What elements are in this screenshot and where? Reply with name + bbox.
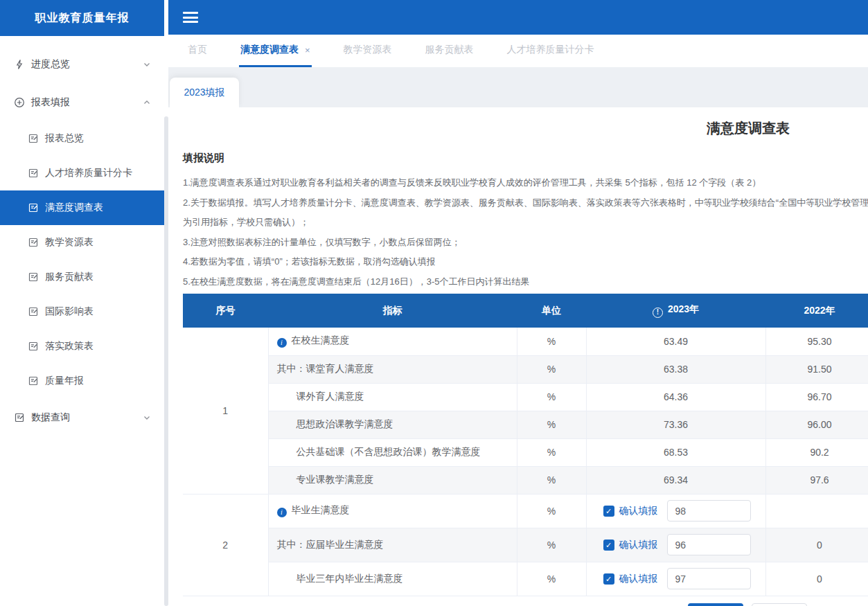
tab-bar: 首页满意度调查表×教学资源表服务贡献表人才培养质量计分卡: [168, 35, 868, 67]
indicator-cell: 毕业三年内毕业生满意度: [268, 562, 517, 596]
value-2022-cell: 91.50: [765, 355, 868, 383]
tab-label: 服务贡献表: [425, 44, 474, 56]
tab-首页[interactable]: 首页: [186, 35, 209, 67]
column-header-label: 指标: [383, 305, 402, 316]
instruction-line: 3.注意对照数据表标注的计量单位，仅填写数字，小数点后保留两位；: [183, 233, 868, 253]
value-2023-cell: ✓确认填报: [586, 494, 765, 528]
table-row: 2i毕业生满意度%✓确认填报: [183, 494, 868, 528]
save-button[interactable]: [688, 603, 743, 606]
value-2022-cell: 0: [765, 562, 868, 596]
page-content: 满意度调查表 填报说明 1.满意度调查表系通过对职业教育各利益相关者的调查与反馈…: [168, 107, 868, 606]
value-2023-input[interactable]: [667, 568, 751, 589]
indicator-cell: 思想政治课教学满意度: [268, 411, 517, 438]
column-header: 指标: [268, 294, 517, 328]
menu-toggle-icon[interactable]: [183, 12, 198, 23]
tab-人才培养质量计分卡[interactable]: 人才培养质量计分卡: [506, 35, 596, 67]
column-header-label: 单位: [542, 305, 561, 316]
value-2022-cell: 96.70: [765, 383, 868, 411]
sidebar-subitem[interactable]: 教学资源表: [0, 225, 164, 260]
indicator-label: 其中：应届毕业生满意度: [277, 539, 384, 550]
table-row: 思想政治课教学满意度%73.3696.00: [183, 411, 868, 438]
value-2023-input[interactable]: [667, 534, 751, 555]
instruction-line: 2.关于数据填报。填写人才培养质量计分卡、满意度调查表、教学资源表、服务贡献表、…: [183, 193, 868, 213]
app-title: 职业教育质量年报: [0, 0, 164, 36]
unit-cell: %: [517, 528, 586, 562]
form-icon: [28, 237, 39, 248]
indicator-label: 毕业生满意度: [292, 504, 350, 515]
data-table: 序号指标单位!2023年2022年1i在校生满意度%63.4995.30其中：课…: [183, 294, 868, 596]
sidebar-subitem[interactable]: 质量年报: [0, 364, 164, 398]
value-2023-cell: 63.49: [586, 328, 765, 355]
sidebar-item-2[interactable]: 数据查询: [0, 398, 164, 436]
form-icon: [14, 412, 25, 423]
value-2023-cell: 73.36: [586, 411, 765, 438]
sidebar-item-1[interactable]: 报表填报: [0, 83, 164, 121]
form-icon: [28, 375, 39, 386]
table-row: 课外育人满意度%64.3696.70: [183, 383, 868, 411]
sidebar-subitem-label: 报表总览: [45, 132, 84, 145]
seq-cell: 2: [183, 494, 268, 596]
value-2023-input[interactable]: [667, 500, 751, 522]
form-actions: [688, 603, 807, 606]
unit-cell: %: [517, 466, 586, 494]
sidebar-menu: 进度总览报表填报报表总览人才培养质量计分卡满意度调查表教学资源表服务贡献表国际影…: [0, 36, 164, 436]
topbar: [168, 0, 868, 35]
column-header: 2022年: [765, 294, 868, 328]
sidebar-subitem-label: 满意度调查表: [45, 202, 103, 214]
value-2023-cell: 69.34: [586, 466, 765, 494]
value-2022-cell: [765, 494, 868, 528]
sidebar-subitem[interactable]: 报表总览: [0, 121, 164, 156]
tab-满意度调查表[interactable]: 满意度调查表×: [239, 35, 312, 67]
confirm-checkbox[interactable]: ✓: [603, 540, 614, 551]
indicator-cell: 其中：应届毕业生满意度: [268, 528, 517, 562]
info-icon: i: [277, 338, 287, 348]
value-2023-cell: ✓确认填报: [586, 562, 765, 596]
sidebar-subitem[interactable]: 人才培养质量计分卡: [0, 156, 164, 190]
lightning-icon: [14, 59, 25, 70]
tab-label: 教学资源表: [344, 44, 392, 56]
sidebar-subitem[interactable]: 落实政策表: [0, 329, 164, 364]
sidebar-subitem-label: 国际影响表: [45, 305, 94, 318]
confirm-checkbox[interactable]: ✓: [603, 573, 614, 585]
info-icon: i: [277, 508, 287, 517]
indicator-cell: 专业课教学满意度: [268, 466, 517, 494]
form-icon: [28, 133, 39, 144]
sidebar: 职业教育质量年报 进度总览报表填报报表总览人才培养质量计分卡满意度调查表教学资源…: [0, 0, 164, 606]
indicator-cell: 其中：课堂育人满意度: [268, 355, 517, 383]
tab-label: 首页: [188, 44, 207, 56]
value-2022-cell: 95.30: [765, 328, 868, 355]
unit-cell: %: [517, 494, 586, 528]
unit-cell: %: [517, 328, 586, 355]
tab-服务贡献表[interactable]: 服务贡献表: [424, 35, 475, 67]
confirm-label: 确认填报: [619, 573, 658, 585]
sidebar-subitem[interactable]: 国际影响表: [0, 294, 164, 329]
tab-教学资源表[interactable]: 教学资源表: [342, 35, 393, 67]
indicator-label: 毕业三年内毕业生满意度: [296, 573, 403, 584]
sidebar-subitem[interactable]: 满意度调查表: [0, 190, 164, 225]
column-header: 单位: [517, 294, 586, 328]
form-icon: [28, 271, 39, 283]
sidebar-item-label: 数据查询: [31, 411, 142, 424]
form-icon: [28, 202, 39, 213]
indicator-label: 专业课教学满意度: [296, 474, 374, 485]
indicator-label: 其中：课堂育人满意度: [277, 363, 374, 374]
table-row: 其中：课堂育人满意度%63.3891.50: [183, 355, 868, 383]
value-2023-cell: 68.53: [586, 438, 765, 466]
chevron-up-icon: [142, 98, 152, 107]
unit-cell: %: [517, 562, 586, 596]
confirm-checkbox[interactable]: ✓: [603, 506, 614, 517]
sidebar-item-0[interactable]: 进度总览: [0, 45, 164, 83]
table-row: 1i在校生满意度%63.4995.30: [183, 328, 868, 355]
sidebar-subitem[interactable]: 服务贡献表: [0, 260, 164, 294]
instructions-heading: 填报说明: [183, 150, 868, 165]
indicator-label: 课外育人满意度: [296, 391, 364, 402]
cancel-button[interactable]: [752, 603, 807, 606]
page-title: 满意度调查表: [183, 119, 868, 137]
sidebar-subitem-label: 质量年报: [45, 375, 84, 387]
unit-cell: %: [517, 355, 586, 383]
indicator-label: 思想政治课教学满意度: [296, 418, 393, 429]
indicator-cell: 公共基础课（不含思想政治课）教学满意度: [268, 438, 517, 466]
instruction-line: 4.若数据为零值，请填“0”；若该指标无数据，取消勾选确认填报: [183, 252, 868, 272]
close-icon[interactable]: ×: [305, 45, 310, 55]
subtab-2023[interactable]: 2023填报: [170, 78, 239, 107]
